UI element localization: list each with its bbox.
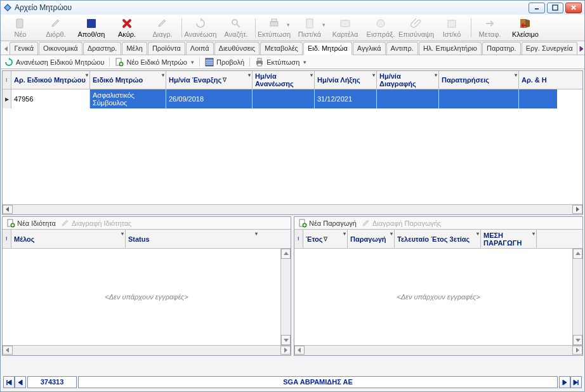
- nav-prev-button[interactable]: [15, 376, 26, 388]
- close-window-button[interactable]: [565, 3, 582, 13]
- col-year[interactable]: Έτος∇▾: [303, 230, 348, 248]
- col-header-extra[interactable]: Αρ. & Η: [519, 71, 557, 89]
- col-last3[interactable]: Τελευταίο Έτος 3ετίας▾: [395, 230, 481, 248]
- tab-other[interactable]: Λοιπά: [186, 42, 214, 55]
- col-header-start[interactable]: Ημ/νία Έναρξης∇▾: [166, 71, 253, 89]
- sub-print[interactable]: Εκτύπωση: [255, 58, 306, 67]
- col-member[interactable]: Μέλος▾: [11, 230, 126, 248]
- cell-type[interactable]: Ασφαλιστικός Σύμβουλος: [90, 89, 166, 108]
- toolbar-close[interactable]: Κλείσιμο: [508, 15, 542, 41]
- col-status[interactable]: Status▾: [126, 230, 259, 248]
- new-production-button[interactable]: Νέα Παραγωγή: [298, 219, 357, 228]
- tab-reps[interactable]: Αντιπρ.: [386, 42, 418, 55]
- toolbar-card[interactable]: Καρτέλα: [328, 15, 362, 41]
- toolbar-refresh[interactable]: Ανανέωση: [183, 15, 218, 41]
- tab-english[interactable]: Αγγλικά: [353, 42, 386, 55]
- prop-vscroll[interactable]: [280, 249, 291, 345]
- col-header-id[interactable]: Αρ. Ειδικού Μητρώου▾: [11, 71, 90, 89]
- tab-addresses[interactable]: Διευθύνσεις: [214, 42, 260, 55]
- col-header-renew[interactable]: Ημ/νία Ανανέωσης▾: [253, 71, 315, 89]
- grid-corner[interactable]: ⁝: [3, 71, 11, 89]
- prod-hscroll[interactable]: [294, 345, 582, 355]
- hscroll-left-button[interactable]: [3, 205, 13, 214]
- tab-members[interactable]: Μέλη: [122, 42, 147, 55]
- svg-rect-18: [448, 20, 456, 27]
- window-title: Αρχείο Μητρώου: [15, 3, 529, 12]
- svg-marker-19: [4, 46, 8, 51]
- toolbar-save[interactable]: Αποθ/ση: [74, 15, 108, 41]
- prod-vscroll[interactable]: [572, 249, 582, 345]
- svg-marker-38: [284, 348, 287, 353]
- hscroll-right-button[interactable]: [572, 205, 582, 214]
- col-header-end[interactable]: Ημ/νία Λήξης▾: [315, 71, 377, 89]
- toolbar-collect[interactable]: Εισπράξ.: [364, 15, 398, 41]
- cell-extra[interactable]: [519, 89, 557, 108]
- svg-marker-37: [6, 348, 9, 353]
- sub-refresh[interactable]: Ανανέωση Ειδικού Μητρώου: [4, 58, 104, 67]
- new-property-button[interactable]: Νέα Ιδιότητα: [6, 219, 56, 228]
- toolbar-transfer[interactable]: Μεταφ.: [473, 15, 507, 41]
- toolbar-delete[interactable]: Διαγρ.: [145, 15, 180, 41]
- tab-activities[interactable]: Δραστηρ.: [83, 42, 122, 55]
- cell-del[interactable]: [377, 89, 439, 108]
- tab-products[interactable]: Προϊόντα: [148, 42, 185, 55]
- svg-marker-10: [200, 18, 202, 22]
- col-header-type[interactable]: Ειδικό Μητρώο▾: [90, 71, 166, 89]
- row-indicator-icon: [3, 89, 11, 108]
- toolbar-cert[interactable]: Πιστ/κά: [292, 15, 327, 41]
- grid-hscroll[interactable]: [3, 204, 582, 214]
- svg-marker-21: [9, 58, 10, 60]
- svg-marker-20: [580, 46, 583, 51]
- prop-hscroll[interactable]: [3, 345, 291, 355]
- cell-id[interactable]: 47956: [11, 89, 90, 108]
- tab-general[interactable]: Γενικά: [10, 42, 38, 55]
- svg-rect-3: [553, 5, 558, 10]
- new-icon: [298, 219, 307, 228]
- tab-echamber[interactable]: Ηλ. Επιμελητήριο: [419, 42, 482, 55]
- svg-marker-41: [575, 252, 581, 255]
- svg-point-17: [377, 20, 385, 27]
- cell-notes[interactable]: [439, 89, 519, 108]
- new-icon: [115, 58, 124, 67]
- tabs-scroll-right[interactable]: [578, 43, 584, 55]
- toolbar-print[interactable]: Εκτύπωση: [257, 15, 291, 41]
- nav-last-button[interactable]: [570, 376, 582, 388]
- nav-first-button[interactable]: [3, 376, 15, 388]
- svg-rect-29: [258, 58, 261, 61]
- tabs-scroll-left[interactable]: [3, 43, 10, 55]
- col-production[interactable]: Παραγωγή▾: [348, 230, 395, 248]
- table-row[interactable]: 47956 Ασφαλιστικός Σύμβουλος 26/09/2018 …: [3, 89, 582, 108]
- nav-next-button[interactable]: [559, 376, 570, 388]
- toolbar-edit[interactable]: Διόρθ.: [39, 15, 73, 41]
- toolbar-attach[interactable]: Επισύναψη: [399, 15, 433, 41]
- cell-renew[interactable]: [253, 89, 315, 108]
- refresh-icon: [4, 58, 13, 67]
- delete-production-button[interactable]: Διαγραφή Παραγωγής: [362, 219, 442, 228]
- cell-start[interactable]: 26/09/2018: [166, 89, 253, 108]
- tab-special-registries[interactable]: Ειδ. Μητρώα: [303, 42, 352, 55]
- toolbar-history[interactable]: Ιστ/κό: [435, 15, 469, 41]
- minimize-button[interactable]: [529, 3, 545, 13]
- col-avgprod[interactable]: ΜΕΣΗ ΠΑΡΑΓΩΓΗ▾: [481, 230, 537, 248]
- property-panel: Νέα Ιδιότητα Διαγραφή Ιδιότητας ⁝ Μέλος▾…: [2, 216, 291, 356]
- tab-workshops[interactable]: Εργ. Συνεργεία: [522, 42, 577, 55]
- tab-notes[interactable]: Παρατηρ.: [482, 42, 521, 55]
- maximize-button[interactable]: [547, 3, 563, 13]
- col-header-notes[interactable]: Παρατηρήσεις▾: [439, 71, 519, 89]
- main-grid[interactable]: ⁝ Αρ. Ειδικού Μητρώου▾ Ειδικό Μητρώο▾ Ημ…: [2, 70, 583, 215]
- svg-marker-44: [576, 348, 579, 353]
- sub-new[interactable]: Νέο Ειδικό Μητρώο: [115, 58, 194, 67]
- delete-property-button[interactable]: Διαγραφή Ιδιότητας: [61, 219, 131, 228]
- tab-changes[interactable]: Μεταβολές: [260, 42, 303, 55]
- sub-view[interactable]: Προβολή: [205, 58, 244, 67]
- toolbar-search[interactable]: Αναζήτ.: [219, 15, 253, 41]
- svg-marker-43: [298, 348, 301, 353]
- toolbar-new[interactable]: Νέο: [3, 15, 37, 41]
- sub-toolbar: Ανανέωση Ειδικού Μητρώου Νέο Ειδικό Μητρ…: [1, 55, 584, 69]
- toolbar-cancel[interactable]: Ακύρ.: [110, 15, 144, 41]
- col-header-del[interactable]: Ημ/νία Διαγραφής▾: [377, 71, 439, 89]
- prod-grid-corner[interactable]: ⁝: [294, 230, 303, 248]
- prop-grid-corner[interactable]: ⁝: [3, 230, 11, 248]
- cell-end[interactable]: 31/12/2021: [315, 89, 377, 108]
- tab-financial[interactable]: Οικονομικά: [39, 42, 82, 55]
